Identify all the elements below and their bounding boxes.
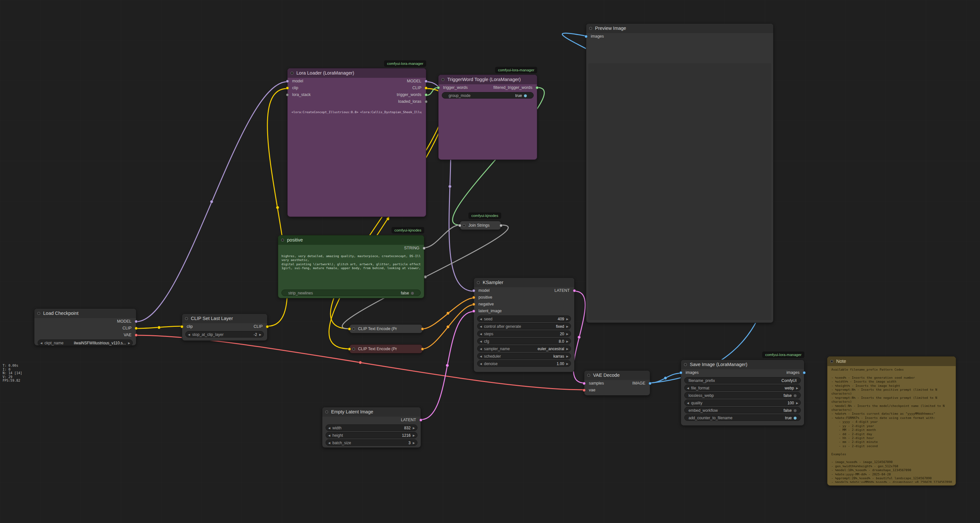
node-title-bar[interactable]: Note — [827, 357, 956, 366]
combo-prev-icon[interactable]: ◀ — [328, 440, 331, 446]
combo-next-icon[interactable]: ▶ — [412, 440, 415, 446]
node-triggerword-toggle[interactable]: TriggerWord Toggle (LoraManager) trigger… — [438, 74, 537, 160]
collapse-dot[interactable] — [587, 374, 590, 377]
collapse-dot[interactable] — [37, 312, 40, 315]
input-slot-clip[interactable] — [286, 87, 289, 89]
combo-prev-icon[interactable]: ◀ — [188, 331, 190, 338]
combo-prev-icon[interactable]: ◀ — [480, 316, 482, 322]
combo-next-icon[interactable]: ▶ — [566, 345, 568, 352]
toggle-on-icon[interactable] — [794, 417, 797, 420]
combo-next-icon[interactable]: ▶ — [796, 400, 798, 406]
output-slot-conditioning[interactable] — [421, 347, 424, 350]
combo-next-icon[interactable]: ▶ — [412, 425, 415, 431]
combo-prev-icon[interactable]: ◀ — [480, 345, 482, 352]
combo-next-icon[interactable]: ▶ — [566, 361, 568, 367]
combo-next-icon[interactable]: ▶ — [566, 338, 568, 345]
output-slot-clip[interactable] — [425, 87, 428, 89]
widget-file-format[interactable]: ◀ file_format webp ▶ — [684, 385, 801, 391]
output-slot-conditioning[interactable] — [421, 328, 424, 330]
collapse-dot[interactable] — [352, 328, 355, 330]
output-slot-image[interactable] — [649, 382, 651, 385]
note-textarea[interactable]: Available filename_prefix Pattern Codes … — [831, 368, 953, 483]
node-note[interactable]: Note Available filename_prefix Pattern C… — [827, 357, 956, 486]
combo-next-icon[interactable]: ▶ — [796, 385, 798, 391]
toggle-on-icon[interactable] — [524, 94, 527, 97]
node-clip-set-last-layer[interactable]: CLIP Set Last Layer clip CLIP ◀ stop_at_… — [182, 314, 267, 341]
input-slot-images[interactable] — [679, 371, 682, 374]
combo-next-icon[interactable]: ▶ — [259, 331, 261, 338]
combo-prev-icon[interactable]: ◀ — [480, 361, 482, 367]
collapse-dot[interactable] — [684, 363, 687, 366]
input-slot-lora-stack[interactable] — [286, 94, 289, 96]
widget-sampler-name[interactable]: ◀ sampler_name euler_ancestral ▶ — [477, 345, 571, 352]
combo-prev-icon[interactable]: ◀ — [480, 323, 482, 330]
node-empty-latent-image[interactable]: Empty Latent Image LATENT ◀ width 832 ▶ … — [322, 407, 421, 448]
combo-next-icon[interactable]: ▶ — [566, 323, 568, 330]
combo-next-icon[interactable]: ▶ — [412, 432, 415, 439]
widget-cfg[interactable]: ◀ cfg 8.0 ▶ — [477, 338, 571, 344]
output-slot-model[interactable] — [425, 80, 428, 83]
node-preview-image[interactable]: Preview Image images — [586, 23, 773, 323]
output-slot-latent[interactable] — [419, 418, 422, 422]
input-slot-negative[interactable] — [472, 303, 475, 306]
widget-add-counter-to-filename[interactable]: add_counter_to_filename true — [684, 414, 801, 421]
input-slot-model[interactable] — [472, 289, 475, 292]
output-slot-filtered-trigger-words[interactable] — [536, 86, 539, 89]
output-slot-trigger-words[interactable] — [425, 94, 428, 96]
collapse-dot[interactable] — [185, 317, 188, 320]
combo-next-icon[interactable]: ▶ — [566, 353, 568, 360]
node-title-bar[interactable]: Preview Image — [586, 24, 773, 33]
node-title-bar[interactable]: TriggerWord Toggle (LoraManager) — [439, 75, 537, 84]
node-title-bar[interactable]: Empty Latent Image — [322, 407, 421, 417]
output-slot-clip[interactable] — [135, 327, 138, 330]
output-slot-latent[interactable] — [573, 289, 576, 292]
output-slot-vae[interactable] — [135, 334, 138, 336]
collapse-dot[interactable] — [281, 239, 284, 242]
input-slot-positive[interactable] — [472, 296, 475, 299]
widget-lossless-webp[interactable]: lossless_webp false — [684, 392, 801, 398]
node-positive-prompt[interactable]: positive STRING highres, very detailed, … — [278, 235, 424, 298]
prompt-textarea[interactable]: highres, very detailed, amazing quality,… — [282, 254, 421, 281]
node-graph-canvas[interactable]: comfyui-lora-manager comfyui-lora-manage… — [0, 0, 980, 523]
output-slot-loaded-loras[interactable] — [425, 100, 428, 103]
node-title-bar[interactable]: CLIP Set Last Layer — [182, 314, 267, 323]
input-slot-images[interactable] — [585, 35, 587, 38]
input-slot-latent-image[interactable] — [472, 310, 475, 312]
node-title-bar[interactable]: Save Image (LoraManager) — [681, 360, 804, 369]
collapse-dot[interactable] — [325, 410, 328, 414]
collapse-dot[interactable] — [463, 224, 466, 227]
combo-prev-icon[interactable]: ◀ — [480, 338, 482, 345]
widget-quality[interactable]: ◀ quality 100 ▶ — [684, 399, 801, 406]
combo-prev-icon[interactable]: ◀ — [480, 353, 482, 360]
widget-embed-workflow[interactable]: embed_workflow false — [684, 407, 801, 414]
node-ksampler[interactable]: KSampler model LATENT positive negative … — [474, 277, 574, 372]
combo-prev-icon[interactable]: ◀ — [480, 331, 482, 337]
input-slot-trigger-words[interactable] — [437, 86, 440, 89]
combo-prev-icon[interactable]: ◀ — [687, 400, 689, 406]
combo-next-icon[interactable]: ▶ — [566, 316, 568, 322]
node-clip-text-encode-positive[interactable]: CLIP Text Encode (Pr — [349, 324, 423, 333]
node-vae-decode[interactable]: VAE Decode samples IMAGE vae — [584, 370, 650, 396]
combo-prev-icon[interactable]: ◀ — [687, 385, 689, 391]
input-slot-strings[interactable] — [458, 224, 461, 227]
widget-filename-prefix[interactable]: filename_prefix ComfyUI — [684, 377, 801, 384]
combo-next-icon[interactable]: ▶ — [128, 340, 130, 346]
widget-height[interactable]: ◀ height 1216 ▶ — [326, 432, 417, 438]
widget-control-after-generate[interactable]: ◀ control after generate fixed ▶ — [477, 323, 571, 330]
lora-syntax-text[interactable]: <lora:CreateConcept_Illustrious:0.8> <lo… — [291, 110, 422, 114]
node-load-checkpoint[interactable]: Load Checkpoint MODEL CLIP VAE ◀ ckpt_na… — [34, 308, 136, 345]
collapse-dot[interactable] — [441, 78, 444, 81]
widget-batch-size[interactable]: ◀ batch_size 3 ▶ — [326, 439, 417, 446]
widget-ckpt-name[interactable]: ◀ ckpt_name ilwaiNSFWIllustrious_v110.s.… — [38, 339, 133, 346]
combo-prev-icon[interactable]: ◀ — [328, 425, 331, 431]
toggle-off-icon[interactable] — [794, 394, 797, 397]
node-clip-text-encode-negative[interactable]: CLIP Text Encode (Pr — [349, 344, 423, 353]
input-slot-clip[interactable] — [348, 328, 351, 330]
widget-denoise[interactable]: ◀ denoise 1.00 ▶ — [477, 360, 571, 367]
collapse-dot[interactable] — [291, 72, 293, 74]
combo-next-icon[interactable]: ▶ — [566, 331, 568, 337]
widget-seed[interactable]: ◀ seed 409 ▶ — [477, 315, 571, 322]
collapse-dot[interactable] — [477, 281, 480, 284]
widget-strip-newlines[interactable]: strip_newlines false — [282, 290, 421, 296]
widget-stop-at-clip-layer[interactable]: ◀ stop_at_clip_layer -2 ▶ — [185, 331, 264, 338]
